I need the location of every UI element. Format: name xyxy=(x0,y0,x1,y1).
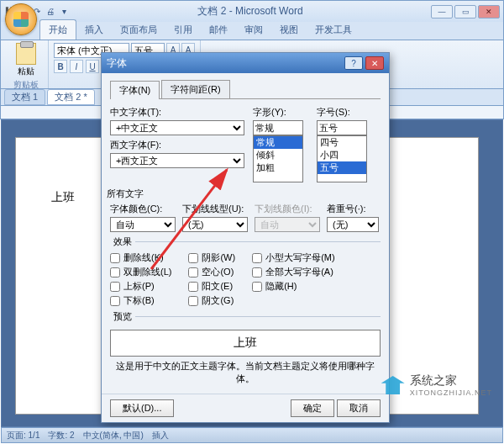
size-listbox[interactable]: 四号 小四 五号 xyxy=(317,135,367,182)
italic-button[interactable]: I xyxy=(70,60,83,73)
style-input[interactable] xyxy=(253,120,303,135)
doctab-2[interactable]: 文档 2 * xyxy=(47,89,95,105)
underline-style-combo[interactable]: (无) xyxy=(182,217,248,232)
status-page[interactable]: 页面: 1/1 xyxy=(7,430,39,441)
clipboard-group: 粘贴 剪贴板 xyxy=(4,40,49,88)
office-logo-icon xyxy=(13,12,29,27)
cb-smallcaps[interactable]: 小型大写字母(M) xyxy=(252,251,335,264)
style-opt-italic[interactable]: 倾斜 xyxy=(254,149,302,161)
font-color-combo[interactable]: 自动 xyxy=(110,217,176,232)
tab-spacing[interactable]: 字符间距(R) xyxy=(161,80,229,98)
watermark: 系统之家 XITONGZHIJIA.NET xyxy=(381,373,492,397)
window-title: 文档 2 - Microsoft Word xyxy=(70,4,431,18)
style-opt-bold[interactable]: 加粗 xyxy=(254,161,302,174)
doctab-1[interactable]: 文档 1 xyxy=(4,89,45,105)
watermark-brand: 系统之家 xyxy=(410,373,492,388)
cb-allcaps[interactable]: 全部大写字母(A) xyxy=(252,266,335,278)
cb-strike[interactable]: 删除线(K) xyxy=(110,251,171,264)
font-color-label: 字体颜色(C): xyxy=(110,203,176,215)
dialog-footer: 默认(D)... 确定 取消 xyxy=(102,394,389,422)
effects-label: 效果 xyxy=(110,235,135,248)
watermark-logo-icon xyxy=(381,376,405,394)
close-button[interactable]: ✕ xyxy=(478,5,500,18)
cancel-button[interactable]: 取消 xyxy=(337,399,381,417)
cb-superscript[interactable]: 上标(P) xyxy=(110,280,171,293)
preview-group: 预览 上班 这是用于中文的正文主题字体。当前文档主题定义将使用哪种字体。 xyxy=(110,310,381,385)
cb-subscript[interactable]: 下标(B) xyxy=(110,294,171,307)
clipboard-icon xyxy=(16,43,36,65)
bold-button[interactable]: B xyxy=(54,60,67,73)
ribbon-tabs: 开始 插入 页面布局 引用 邮件 审阅 视图 开发工具 xyxy=(0,22,504,40)
paste-button[interactable]: 粘贴 xyxy=(9,43,43,77)
underline-button[interactable]: U xyxy=(86,60,99,73)
cn-font-label: 中文字体(T): xyxy=(110,106,244,119)
cb-emboss[interactable]: 阳文(E) xyxy=(188,280,235,293)
en-font-label: 西文字体(F): xyxy=(110,139,244,151)
minimize-button[interactable]: — xyxy=(431,5,453,18)
ribbon-tab-insert[interactable]: 插入 xyxy=(76,20,112,40)
style-opt-regular[interactable]: 常规 xyxy=(254,136,302,149)
ribbon-tab-developer[interactable]: 开发工具 xyxy=(307,20,360,40)
dialog-titlebar[interactable]: 字体 ? ✕ xyxy=(102,53,389,73)
underline-color-combo: 自动 xyxy=(255,217,320,232)
preview-hint: 这是用于中文的正文主题字体。当前文档主题定义将使用哪种字体。 xyxy=(110,360,381,385)
cb-engrave[interactable]: 阴文(G) xyxy=(188,294,235,307)
ribbon-tab-home[interactable]: 开始 xyxy=(39,19,76,40)
preview-label: 预览 xyxy=(110,310,135,323)
style-listbox[interactable]: 常规 倾斜 加粗 xyxy=(253,135,303,182)
document-text: 上班 xyxy=(51,190,75,205)
ribbon-tab-references[interactable]: 引用 xyxy=(165,20,201,40)
status-mode[interactable]: 插入 xyxy=(152,430,169,441)
status-words[interactable]: 字数: 2 xyxy=(48,430,74,441)
window-titlebar: 💾 ↶ ↷ 🖨 ▾ 文档 2 - Microsoft Word — ▭ ✕ xyxy=(0,0,504,22)
effects-group: 效果 删除线(K) 双删除线(L) 上标(P) 下标(B) 阴影(W) 空心(O… xyxy=(110,235,381,307)
size-opt-1[interactable]: 小四 xyxy=(318,149,366,161)
size-opt-0[interactable]: 四号 xyxy=(318,136,366,149)
office-button[interactable] xyxy=(5,3,37,35)
ribbon-tab-view[interactable]: 视图 xyxy=(271,20,307,40)
preview-box: 上班 xyxy=(110,330,381,357)
cb-dstrike[interactable]: 双删除线(L) xyxy=(110,266,171,278)
paste-label: 粘贴 xyxy=(18,66,34,77)
emphasis-combo[interactable]: (无) xyxy=(327,217,379,232)
style-label: 字形(Y): xyxy=(253,106,312,119)
qat-more-icon[interactable]: ▾ xyxy=(58,6,70,18)
tab-font[interactable]: 字体(N) xyxy=(110,81,160,99)
status-bar: 页面: 1/1 字数: 2 中文(简体, 中国) 插入 xyxy=(1,427,503,443)
size-opt-2[interactable]: 五号 xyxy=(318,161,366,174)
dialog-help-button[interactable]: ? xyxy=(344,56,363,70)
emphasis-label: 着重号(·): xyxy=(327,203,379,215)
cn-font-combo[interactable]: +中文正文 xyxy=(110,120,244,135)
dialog-title: 字体 xyxy=(107,56,127,71)
cb-hidden[interactable]: 隐藏(H) xyxy=(252,280,335,293)
status-language[interactable]: 中文(简体, 中国) xyxy=(83,430,144,441)
dialog-body: 字体(N) 字符间距(R) 中文字体(T): +中文正文 西文字体(F): +西… xyxy=(102,73,389,394)
watermark-url: XITONGZHIJIA.NET xyxy=(410,388,492,397)
default-button[interactable]: 默认(D)... xyxy=(110,399,174,417)
cb-outline[interactable]: 空心(O) xyxy=(188,266,235,278)
size-label: 字号(S): xyxy=(317,106,375,119)
ribbon-tab-layout[interactable]: 页面布局 xyxy=(112,20,165,40)
ribbon-tab-mailings[interactable]: 邮件 xyxy=(201,20,236,40)
underline-color-label: 下划线颜色(I): xyxy=(255,203,320,215)
en-font-combo[interactable]: +西文正文 xyxy=(110,153,244,168)
underline-style-label: 下划线线型(U): xyxy=(182,203,248,215)
font-dialog: 字体 ? ✕ 字体(N) 字符间距(R) 中文字体(T): +中文正文 西文字体… xyxy=(101,52,390,423)
cb-shadow[interactable]: 阴影(W) xyxy=(188,251,235,264)
ribbon-tab-review[interactable]: 审阅 xyxy=(236,20,271,40)
section-all-text: 所有文字 xyxy=(107,188,381,200)
dialog-tabs: 字体(N) 字符间距(R) xyxy=(110,80,381,99)
ok-button[interactable]: 确定 xyxy=(291,399,334,417)
dialog-close-button[interactable]: ✕ xyxy=(365,56,384,70)
size-input[interactable] xyxy=(317,120,367,135)
print-icon[interactable]: 🖨 xyxy=(45,6,56,18)
window-controls: — ▭ ✕ xyxy=(431,5,500,18)
maximize-button[interactable]: ▭ xyxy=(454,5,476,18)
